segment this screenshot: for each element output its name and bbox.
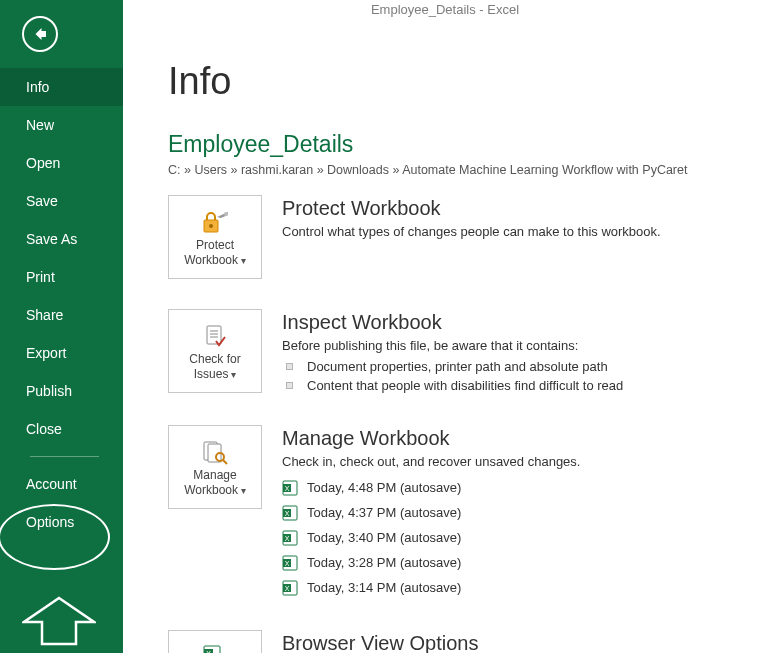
svg-point-2 bbox=[224, 212, 228, 216]
version-item[interactable]: X Today, 3:40 PM (autosave) bbox=[282, 525, 580, 550]
annotation-up-arrow-icon bbox=[22, 596, 96, 649]
sidebar-item-info[interactable]: Info bbox=[0, 68, 123, 106]
version-item[interactable]: X Today, 4:48 PM (autosave) bbox=[282, 475, 580, 500]
sidebar-item-save[interactable]: Save bbox=[0, 182, 123, 220]
sidebar-item-new[interactable]: New bbox=[0, 106, 123, 144]
sidebar-item-account[interactable]: Account bbox=[0, 465, 123, 503]
sidebar-item-label: Account bbox=[26, 476, 77, 492]
inspect-bullet: Document properties, printer path and ab… bbox=[286, 357, 623, 376]
version-text: Today, 4:37 PM (autosave) bbox=[307, 505, 461, 520]
inspect-title: Inspect Workbook bbox=[282, 311, 623, 334]
svg-rect-3 bbox=[207, 326, 221, 344]
sidebar-item-save-as[interactable]: Save As bbox=[0, 220, 123, 258]
sidebar-item-export[interactable]: Export bbox=[0, 334, 123, 372]
svg-text:X: X bbox=[285, 559, 290, 566]
svg-text:X: X bbox=[285, 509, 290, 516]
sidebar-item-print[interactable]: Print bbox=[0, 258, 123, 296]
sidebar-item-share[interactable]: Share bbox=[0, 296, 123, 334]
protect-desc: Control what types of changes people can… bbox=[282, 224, 661, 239]
sidebar-item-publish[interactable]: Publish bbox=[0, 372, 123, 410]
browser-view-section: X Browser View Options bbox=[168, 630, 767, 653]
sidebar-item-label: Open bbox=[26, 155, 60, 171]
inspect-bullet: Content that people with disabilities fi… bbox=[286, 376, 623, 395]
version-list: X Today, 4:48 PM (autosave) X Today, 4:3… bbox=[282, 473, 580, 600]
svg-text:X: X bbox=[285, 534, 290, 541]
protect-section: Protect Workbook ▾ Protect Workbook Cont… bbox=[168, 195, 767, 279]
excel-file-icon: X bbox=[282, 505, 298, 521]
sidebar-item-label: Share bbox=[26, 307, 63, 323]
sidebar-item-options[interactable]: Options bbox=[0, 503, 123, 541]
sidebar-item-close[interactable]: Close bbox=[0, 410, 123, 448]
back-button[interactable] bbox=[22, 16, 58, 52]
chevron-down-icon: ▾ bbox=[228, 369, 236, 380]
sidebar-item-label: Save As bbox=[26, 231, 77, 247]
square-bullet-icon bbox=[286, 382, 293, 389]
document-name: Employee_Details bbox=[168, 131, 767, 158]
chevron-down-icon: ▾ bbox=[238, 255, 246, 266]
bullet-text: Document properties, printer path and ab… bbox=[307, 357, 608, 376]
manage-title: Manage Workbook bbox=[282, 427, 580, 450]
manage-section: Manage Workbook ▾ Manage Workbook Check … bbox=[168, 425, 767, 600]
version-item[interactable]: X Today, 3:14 PM (autosave) bbox=[282, 575, 580, 600]
svg-text:X: X bbox=[285, 484, 290, 491]
version-text: Today, 4:48 PM (autosave) bbox=[307, 480, 461, 495]
svg-line-10 bbox=[223, 460, 227, 464]
version-text: Today, 3:28 PM (autosave) bbox=[307, 555, 461, 570]
bullet-text: Content that people with disabilities fi… bbox=[307, 376, 623, 395]
page-title: Info bbox=[168, 60, 767, 103]
sidebar-item-open[interactable]: Open bbox=[0, 144, 123, 182]
chevron-down-icon: ▾ bbox=[238, 485, 246, 496]
svg-point-1 bbox=[209, 224, 213, 228]
breadcrumb: C: » Users » rashmi.karan » Downloads » … bbox=[168, 163, 767, 177]
sidebar-item-label: Export bbox=[26, 345, 66, 361]
document-magnify-icon bbox=[200, 438, 230, 468]
excel-file-icon: X bbox=[282, 580, 298, 596]
sidebar-divider bbox=[30, 456, 99, 457]
excel-globe-icon: X bbox=[202, 639, 228, 653]
sidebar-item-label: Publish bbox=[26, 383, 72, 399]
tile-label: Manage Workbook bbox=[184, 468, 238, 497]
excel-file-icon: X bbox=[282, 480, 298, 496]
document-check-icon bbox=[201, 322, 229, 352]
sidebar-item-label: New bbox=[26, 117, 54, 133]
inspect-section: Check for Issues ▾ Inspect Workbook Befo… bbox=[168, 309, 767, 395]
version-item[interactable]: X Today, 3:28 PM (autosave) bbox=[282, 550, 580, 575]
version-item[interactable]: X Today, 4:37 PM (autosave) bbox=[282, 500, 580, 525]
window-title: Employee_Details - Excel bbox=[123, 2, 767, 17]
sidebar-item-label: Close bbox=[26, 421, 62, 437]
main-panel: Employee_Details - Excel Info Employee_D… bbox=[123, 0, 767, 653]
sidebar-item-label: Options bbox=[26, 514, 74, 530]
protect-title: Protect Workbook bbox=[282, 197, 661, 220]
browser-view-options-button[interactable]: X bbox=[168, 630, 262, 653]
svg-text:X: X bbox=[285, 584, 290, 591]
version-text: Today, 3:40 PM (autosave) bbox=[307, 530, 461, 545]
inspect-bullets: Document properties, printer path and ab… bbox=[282, 357, 623, 395]
inspect-desc: Before publishing this file, be aware th… bbox=[282, 338, 623, 353]
protect-workbook-button[interactable]: Protect Workbook ▾ bbox=[168, 195, 262, 279]
square-bullet-icon bbox=[286, 363, 293, 370]
excel-file-icon: X bbox=[282, 530, 298, 546]
manage-workbook-button[interactable]: Manage Workbook ▾ bbox=[168, 425, 262, 509]
excel-file-icon: X bbox=[282, 555, 298, 571]
back-arrow-icon bbox=[31, 25, 49, 43]
sidebar-item-label: Save bbox=[26, 193, 58, 209]
version-text: Today, 3:14 PM (autosave) bbox=[307, 580, 461, 595]
manage-desc: Check in, check out, and recover unsaved… bbox=[282, 454, 580, 469]
tile-label: Protect Workbook bbox=[184, 238, 238, 267]
backstage-sidebar: Info New Open Save Save As Print Share E… bbox=[0, 0, 123, 653]
sidebar-item-label: Info bbox=[26, 79, 49, 95]
check-for-issues-button[interactable]: Check for Issues ▾ bbox=[168, 309, 262, 393]
sidebar-item-label: Print bbox=[26, 269, 55, 285]
lock-key-icon bbox=[200, 208, 230, 238]
browser-title: Browser View Options bbox=[282, 632, 478, 653]
